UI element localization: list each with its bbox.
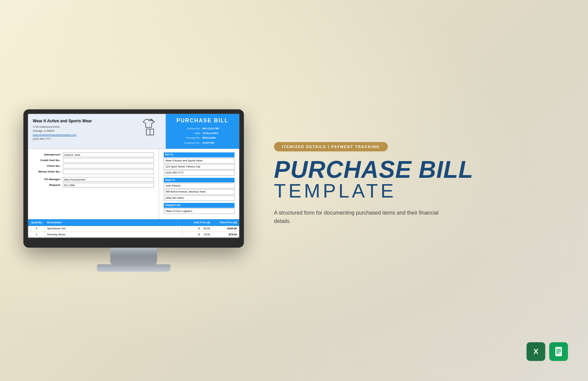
salesperson-row: Salesperson: <box>33 152 154 157</box>
invoice-header: Wear It Active and Sports Wear 1738 Oakm… <box>28 114 239 149</box>
bill-to-line1: Wear It Active and Sports Wear <box>164 158 235 163</box>
credit-card-input[interactable] <box>63 158 154 163</box>
check-input[interactable] <box>63 164 154 168</box>
money-order-input[interactable] <box>63 169 154 174</box>
receipt-no-row: Receipt No.: WR123456 <box>170 136 235 140</box>
credit-card-row: Credit Card No.: <box>33 158 154 163</box>
desc-header: Description <box>45 220 182 226</box>
ship-to-line1: John Fitness <box>164 183 235 188</box>
monitor-screen: Wear It Active and Sports Wear 1738 Oakm… <box>27 113 240 238</box>
row2-desc: Running Shoes <box>45 232 182 237</box>
form-left: Salesperson: Credit Card No.: Check No.: <box>28 149 159 219</box>
ship-to-line2: 456 Active Avenue, Workout Town <box>164 189 235 195</box>
row2-unit: $ 75.00 <box>182 232 212 237</box>
feature-badge: ITEMIZED DETAILS | PAYMENT TRACKING <box>274 142 388 151</box>
row2-qty: 1 <box>28 232 45 237</box>
shipped-via-header: Shipped via: <box>164 203 235 208</box>
headline-line2: TEMPLATE <box>274 181 555 201</box>
po-manager-row: PO Manager: <box>33 177 154 182</box>
address-blocks: Bill To: Wear It Active and Sports Wear … <box>159 149 239 219</box>
invoice-no-row: Invoice No.: INV-1123-789 <box>170 126 235 131</box>
description-text: A structured form for documenting purcha… <box>274 209 441 226</box>
company-info: Wear It Active and Sports Wear 1738 Oakm… <box>28 114 166 149</box>
app-icons: X <box>527 342 568 361</box>
table-row: 2 Sportswear Set $ 50.00 $100.00 <box>28 226 239 232</box>
qty-header: Quantity <box>28 220 45 226</box>
row2-total: $75.00 <box>212 232 239 237</box>
monitor-stand <box>110 248 157 264</box>
headline-line1: PURCHASE BILL <box>274 158 555 181</box>
unit-price-header: Unit Price ($) <box>182 220 212 226</box>
row1-total: $100.00 <box>212 226 239 232</box>
bill-to-line3: (222) 555-7777 <box>164 170 235 175</box>
excel-icon[interactable]: X <box>527 342 545 361</box>
items-table: Quantity Description Unit Price ($) Tota… <box>28 219 239 238</box>
total-price-header: Total Price ($) <box>212 220 239 226</box>
table-row: 1 Running Shoes $ 75.00 $75.00 <box>28 232 239 237</box>
ship-to-header: Ship To: <box>164 178 235 182</box>
shipped-via-section: Shipped via: State to Door Logistics <box>164 203 235 214</box>
invoice-document: Wear It Active and Sports Wear 1738 Oakm… <box>28 114 239 238</box>
customer-no-row: Customer No.: CUST789 <box>170 141 235 145</box>
date-row: Date: 15-Nov-2023 <box>170 131 235 136</box>
row1-desc: Sportswear Set <box>45 226 182 232</box>
row1-qty: 2 <box>28 226 45 232</box>
request-row: Request: <box>33 183 154 187</box>
monitor-section: Wear It Active and Sports Wear 1738 Oakm… <box>20 109 247 272</box>
invoice-middle: Salesperson: Credit Card No.: Check No.: <box>28 149 239 219</box>
sheets-svg <box>553 346 564 357</box>
company-address: 1738 Oakmound Drive, Chicago, IL 60603 w… <box>33 125 161 141</box>
request-input[interactable] <box>63 183 154 187</box>
ship-to-line3: (555) 987-6543 <box>164 196 235 201</box>
monitor-base <box>97 264 170 272</box>
badge-row: ITEMIZED DETAILS | PAYMENT TRACKING <box>274 142 555 151</box>
bill-header: PURCHASE BILL Invoice No.: INV-1123-789 … <box>166 114 239 149</box>
company-name: Wear It Active and Sports Wear <box>33 119 161 124</box>
monitor-body: Wear It Active and Sports Wear 1738 Oakm… <box>23 109 244 248</box>
bill-to-section: Bill To: Wear It Active and Sports Wear … <box>164 152 235 176</box>
salesperson-input[interactable] <box>63 152 154 157</box>
svg-rect-6 <box>556 353 559 354</box>
bill-to-header: Bill To: <box>164 152 235 157</box>
clothing-icon <box>143 118 160 139</box>
money-order-row: Money Order No.: <box>33 169 154 174</box>
svg-rect-4 <box>556 350 561 351</box>
svg-rect-5 <box>556 352 561 352</box>
purchase-bill-title: PURCHASE BILL <box>170 117 235 124</box>
shipped-via-value: State to Door Logistics <box>164 209 235 214</box>
ship-to-section: Ship To: John Fitness 456 Active Avenue,… <box>164 178 235 201</box>
row1-unit: $ 50.00 <box>182 226 212 232</box>
company-website: www.wearitactiveandsportswear.com <box>33 133 161 137</box>
table-header-row: Quantity Description Unit Price ($) Tota… <box>28 220 239 226</box>
promo-text-section: ITEMIZED DETAILS | PAYMENT TRACKING PURC… <box>247 142 568 239</box>
invoice-details: Invoice No.: INV-1123-789 Date: 15-Nov-2… <box>170 126 235 146</box>
po-manager-input[interactable] <box>63 177 154 182</box>
check-row: Check No.: <box>33 164 154 168</box>
svg-rect-3 <box>556 349 561 350</box>
google-sheets-icon[interactable] <box>549 342 568 361</box>
bill-to-line2: 123 Sport Street, Fitness City <box>164 164 235 169</box>
